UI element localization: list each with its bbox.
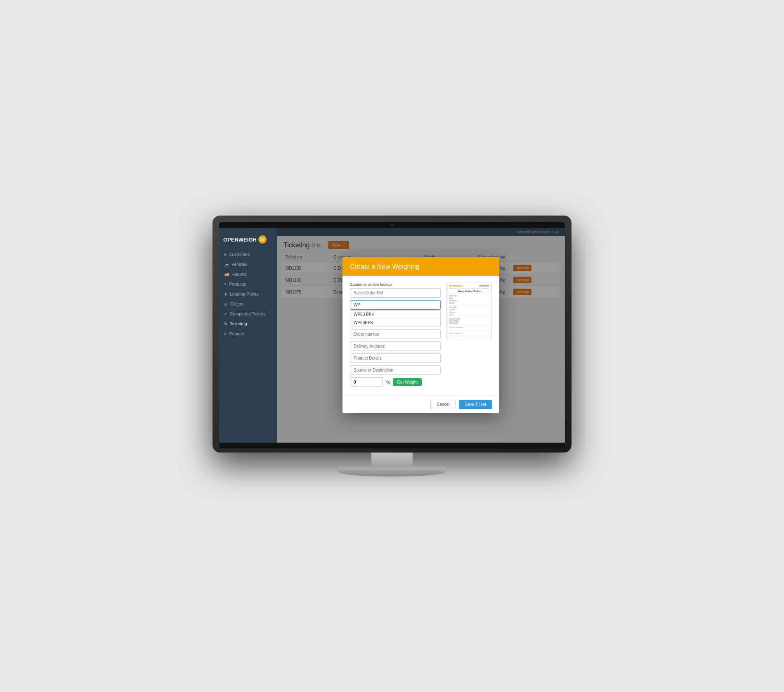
sidebar-item-orders[interactable]: ◎ Orders bbox=[219, 299, 277, 309]
modal-form: Customer orders lookup WP53 PPK WP53PPK bbox=[350, 282, 441, 389]
customers-icon: ≡ bbox=[224, 252, 227, 257]
sidebar-item-vehicles[interactable]: 🚗 Vehicles bbox=[219, 259, 277, 269]
order-number-input[interactable] bbox=[350, 329, 441, 339]
save-ticket-button[interactable]: Save Ticket bbox=[459, 400, 492, 409]
ticketing-icon: ✎ bbox=[224, 322, 227, 326]
modal-dialog: Create a New Weighing Customer orders lo… bbox=[342, 257, 499, 413]
autocomplete-item-1[interactable]: WP53PPK bbox=[350, 319, 440, 327]
reports-icon: ≡ bbox=[224, 332, 227, 336]
ticket-doc-title: Weighbridge Ticket bbox=[449, 290, 489, 292]
app-logo: OPENWEIGH W bbox=[219, 232, 277, 249]
lookup-label: Customer orders lookup bbox=[350, 282, 441, 287]
ticket-company: OPENWEIGH bbox=[449, 284, 464, 287]
logo-icon: W bbox=[258, 235, 267, 244]
delivery-address-input[interactable] bbox=[350, 341, 441, 351]
source-destination-input[interactable] bbox=[350, 365, 441, 375]
sidebar-item-reports[interactable]: ≡ Reports bbox=[219, 329, 277, 339]
ticket-document: OPENWEIGH OpenWeigh Weighbridge Ticket T… bbox=[446, 282, 492, 340]
completed-icon: ✓ bbox=[224, 312, 227, 316]
sidebar-item-completed[interactable]: ✓ Completed Tickets bbox=[219, 309, 277, 319]
monitor-body: OPENWEIGH W ≡ Customers 🚗 Vehicles bbox=[213, 216, 571, 453]
weight-row: Kg Get Weight bbox=[350, 377, 441, 387]
modal-overlay: Create a New Weighing Customer orders lo… bbox=[277, 228, 565, 443]
modal-footer: Cancel Save Ticket bbox=[342, 395, 499, 413]
get-weight-button[interactable]: Get Weight bbox=[393, 378, 422, 386]
modal-header: Create a New Weighing bbox=[342, 257, 499, 276]
screen: OPENWEIGH W ≡ Customers 🚗 Vehicles bbox=[219, 228, 565, 443]
monitor-stand-neck bbox=[371, 453, 413, 467]
weight-unit: Kg bbox=[385, 380, 390, 384]
autocomplete-dropdown: WP53 PPK WP53PPK bbox=[350, 310, 441, 327]
orders-icon: ◎ bbox=[224, 302, 228, 306]
sidebar: OPENWEIGH W ≡ Customers 🚗 Vehicles bbox=[219, 228, 277, 443]
vehicles-icon: 🚗 bbox=[224, 262, 229, 267]
haulers-icon: 🚚 bbox=[224, 272, 229, 277]
products-icon: ≡ bbox=[224, 282, 227, 287]
ticket-preview: OPENWEIGH OpenWeigh Weighbridge Ticket T… bbox=[446, 282, 492, 389]
loading-points-icon: ⬇ bbox=[224, 292, 227, 296]
weight-input[interactable] bbox=[350, 377, 383, 387]
sidebar-item-ticketing[interactable]: ✎ Ticketing bbox=[219, 319, 277, 329]
app-name: OPENWEIGH bbox=[223, 237, 257, 243]
monitor-stand-base bbox=[338, 467, 446, 476]
main-content: admin@openweigh.co.uk Ticketing Ord... N… bbox=[277, 228, 565, 443]
sidebar-item-products[interactable]: ≡ Products bbox=[219, 279, 277, 289]
modal-body: Customer orders lookup WP53 PPK WP53PPK bbox=[342, 276, 499, 395]
modal-title: Create a New Weighing bbox=[350, 263, 420, 270]
product-details-input[interactable] bbox=[350, 353, 441, 363]
cancel-button[interactable]: Cancel bbox=[430, 400, 456, 409]
sidebar-item-customers[interactable]: ≡ Customers bbox=[219, 249, 277, 259]
search-input[interactable] bbox=[350, 300, 441, 310]
sidebar-item-loading-points[interactable]: ⬇ Loading Points bbox=[219, 289, 277, 299]
ticket-company-sub: OpenWeigh bbox=[479, 284, 489, 287]
sales-order-ref-input[interactable] bbox=[350, 288, 441, 298]
sidebar-item-haulers[interactable]: 🚚 Haulers bbox=[219, 269, 277, 279]
autocomplete-item-0[interactable]: WP53 PPK bbox=[350, 310, 440, 319]
